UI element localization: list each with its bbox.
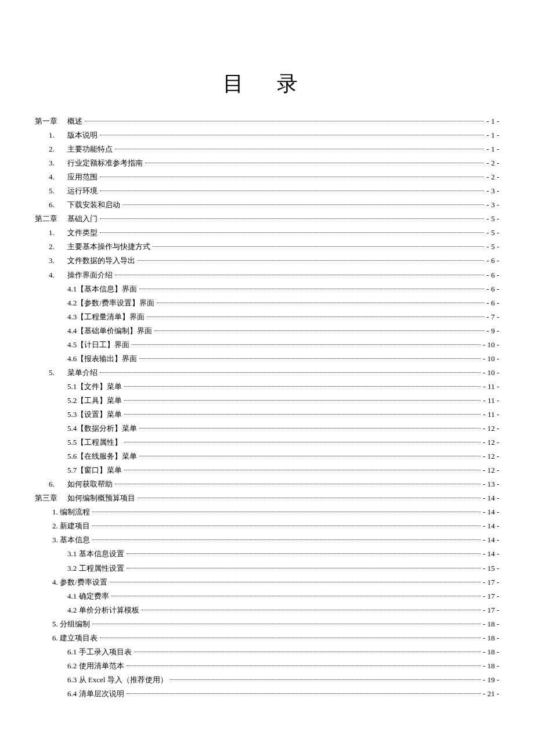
toc-leader-dots (124, 386, 481, 387)
toc-entry[interactable]: 5.5【工程属性】- 12 - (35, 435, 499, 449)
toc-entry[interactable]: 6.下载安装和启动- 3 - (35, 198, 499, 212)
toc-entry[interactable]: 2. 新建项目- 14 - (35, 519, 499, 533)
toc-leader-dots (115, 275, 484, 275)
toc-entry[interactable]: 3.2 工程属性设置- 15 - (35, 561, 499, 575)
toc-entry[interactable]: 4.6【报表输出】界面- 10 - (35, 352, 499, 366)
toc-leader-dots (127, 553, 481, 554)
toc-entry-text: 4.2【参数/费率设置】界面 (67, 296, 154, 310)
toc-entry[interactable]: 4.2【参数/费率设置】界面- 6 - (35, 296, 499, 310)
toc-leader-dots (132, 344, 481, 345)
toc-entry[interactable]: 6.2 使用清单范本- 18 - (35, 659, 499, 673)
toc-entry-text: 3. 基本信息 (52, 533, 90, 547)
toc-entry-text: 4.4【基础单价编制】界面 (67, 324, 152, 338)
toc-entry-label: 3. (35, 156, 67, 170)
toc-entry[interactable]: 5.运行环境- 3 - (35, 184, 499, 198)
toc-entry-text: 5. 分组编制 (52, 617, 90, 631)
toc-leader-dots (100, 135, 484, 135)
toc-entry[interactable]: 4.4【基础单价编制】界面- 9 - (35, 324, 499, 338)
toc-entry[interactable]: 1.文件类型- 5 - (35, 226, 499, 240)
toc-leader-dots (127, 568, 481, 568)
toc-entry-text: 4.5【计日工】界面 (67, 338, 129, 352)
toc-entry[interactable]: 5.菜单介绍- 10 - (35, 366, 499, 380)
toc-entry-page: - 18 - (483, 659, 499, 673)
toc-leader-dots (139, 358, 481, 359)
toc-entry-page: - 11 - (483, 408, 499, 422)
toc-entry[interactable]: 4.1 确定费率- 17 - (35, 589, 499, 603)
toc-entry[interactable]: 第二章基础入门- 5 - (35, 212, 499, 226)
toc-leader-dots (100, 232, 484, 233)
toc-entry[interactable]: 4.2 单价分析计算模板- 17 - (35, 603, 499, 617)
toc-leader-dots (92, 539, 481, 540)
toc-entry-page: - 5 - (486, 240, 499, 254)
toc-entry-text: 4.1 确定费率 (67, 589, 109, 603)
toc-entry[interactable]: 2.主要基本操作与快捷方式- 5 - (35, 240, 499, 254)
toc-entry-page: - 13 - (483, 477, 499, 491)
toc-entry-page: - 10 - (483, 366, 499, 380)
toc-entry-label: 第三章 (35, 491, 67, 505)
toc-entry[interactable]: 4.1【基本信息】界面- 6 - (35, 282, 499, 296)
toc-entry[interactable]: 4.应用范围- 2 - (35, 170, 499, 184)
toc-leader-dots (100, 177, 484, 177)
toc-entry[interactable]: 5.3【设置】菜单- 11 - (35, 408, 499, 422)
toc-entry[interactable]: 5.6【在线服务】菜单- 12 - (35, 449, 499, 463)
toc-entry-text: 版本说明 (67, 128, 98, 142)
toc-entry-text: 基础入门 (67, 212, 98, 226)
toc-entry[interactable]: 6. 建立项目表- 18 - (35, 631, 499, 645)
toc-entry[interactable]: 5.2【工具】菜单- 11 - (35, 394, 499, 408)
table-of-contents: 第一章概述- 1 -1.版本说明- 1 -2.主要功能特点- 1 -3.行业定额… (35, 114, 499, 701)
toc-entry-text: 5.4【数据分析】菜单 (67, 422, 137, 435)
toc-entry[interactable]: 3.行业定额标准参考指南- 2 - (35, 156, 499, 170)
toc-entry-text: 操作界面介绍 (67, 268, 113, 282)
toc-entry-page: - 18 - (483, 617, 499, 631)
toc-entry[interactable]: 4.5【计日工】界面- 10 - (35, 338, 499, 352)
toc-entry-text: 下载安装和启动 (67, 198, 120, 212)
toc-entry-text: 主要基本操作与快捷方式 (67, 240, 150, 254)
toc-entry-page: - 5 - (486, 212, 499, 226)
toc-entry[interactable]: 3. 基本信息- 14 - (35, 533, 499, 547)
toc-entry[interactable]: 3.文件数据的导入导出- 6 - (35, 254, 499, 268)
toc-leader-dots (100, 638, 481, 638)
toc-leader-dots (100, 372, 481, 373)
toc-entry-page: - 3 - (486, 184, 499, 198)
toc-entry-page: - 10 - (483, 338, 499, 352)
toc-entry[interactable]: 2.主要功能特点- 1 - (35, 142, 499, 156)
toc-entry[interactable]: 6.1 手工录入项目表- 18 - (35, 645, 499, 659)
toc-entry[interactable]: 3.1 基本信息设置- 14 - (35, 547, 499, 561)
toc-entry-page: - 18 - (483, 631, 499, 645)
toc-leader-dots (115, 149, 484, 149)
toc-entry[interactable]: 1. 编制流程- 14 - (35, 505, 499, 519)
toc-leader-dots (124, 414, 481, 415)
toc-entry[interactable]: 4. 参数/费率设置- 17 - (35, 575, 499, 589)
toc-entry-text: 6. 建立项目表 (52, 631, 98, 645)
toc-leader-dots (138, 498, 481, 498)
toc-entry[interactable]: 5.4【数据分析】菜单- 12 - (35, 422, 499, 435)
toc-entry-text: 4.1【基本信息】界面 (67, 282, 137, 296)
toc-entry-text: 如何编制概预算项目 (67, 491, 135, 505)
toc-entry-page: - 1 - (486, 114, 499, 128)
toc-leader-dots (92, 525, 481, 526)
toc-entry[interactable]: 5.7【窗口】菜单- 12 - (35, 463, 499, 477)
toc-entry-page: - 14 - (483, 505, 499, 519)
toc-entry-text: 6.2 使用清单范本 (67, 659, 124, 673)
toc-entry-page: - 17 - (483, 575, 499, 589)
toc-leader-dots (153, 246, 484, 247)
toc-entry[interactable]: 5.1【文件】菜单- 11 - (35, 380, 499, 394)
toc-entry-text: 文件类型 (67, 226, 98, 240)
toc-entry-label: 1. (35, 226, 67, 240)
toc-entry[interactable]: 4.操作界面介绍- 6 - (35, 268, 499, 282)
toc-entry-text: 运行环境 (67, 184, 98, 198)
toc-entry[interactable]: 6.如何获取帮助- 13 - (35, 477, 499, 491)
toc-entry-page: - 11 - (483, 380, 499, 394)
toc-entry[interactable]: 5. 分组编制- 18 - (35, 617, 499, 631)
toc-leader-dots (100, 190, 484, 191)
toc-entry[interactable]: 第一章概述- 1 - (35, 114, 499, 128)
toc-entry-page: - 14 - (483, 491, 499, 505)
toc-entry[interactable]: 6.3 从 Excel 导入（推荐使用）- 19 - (35, 673, 499, 687)
toc-entry[interactable]: 第三章如何编制概预算项目- 14 - (35, 491, 499, 505)
toc-entry[interactable]: 6.4 清单层次说明- 21 - (35, 687, 499, 701)
toc-entry-text: 6.1 手工录入项目表 (67, 645, 132, 659)
toc-entry-page: - 17 - (483, 603, 499, 617)
toc-entry[interactable]: 1.版本说明- 1 - (35, 128, 499, 142)
toc-entry[interactable]: 4.3【工程量清单】界面- 7 - (35, 310, 499, 324)
toc-entry-text: 菜单介绍 (67, 366, 98, 380)
